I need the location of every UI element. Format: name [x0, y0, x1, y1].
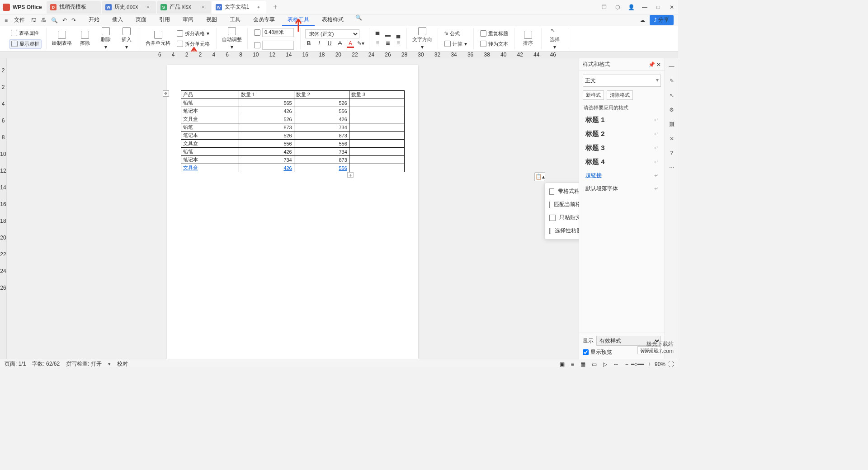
- close-panel-icon[interactable]: ✕: [656, 61, 661, 68]
- merge-cells-button[interactable]: 合并单元格: [145, 30, 171, 47]
- table-row[interactable]: 文具盒526426: [181, 115, 405, 123]
- page-indicator[interactable]: 页面: 1/1: [5, 360, 26, 367]
- table-cell[interactable]: 文具盒: [181, 140, 239, 148]
- table-cell[interactable]: 526: [239, 115, 294, 123]
- sort-button[interactable]: 排序: [519, 30, 537, 47]
- share-button[interactable]: ⤴ 分享: [650, 15, 674, 25]
- fit-icon[interactable]: ↔: [613, 361, 619, 367]
- view-read-icon[interactable]: ▭: [592, 361, 597, 367]
- menu-page[interactable]: 页面: [130, 14, 152, 26]
- minimize-button[interactable]: —: [641, 4, 648, 11]
- tab-templates[interactable]: D找稻壳模板: [47, 1, 101, 14]
- paste-match-format[interactable]: 匹配当前格式(M): [545, 198, 579, 211]
- avatar-icon[interactable]: 👤: [627, 4, 635, 11]
- align-top-button[interactable]: ▀: [374, 32, 381, 38]
- table-row[interactable]: 笔记本426556: [181, 107, 405, 115]
- auto-fit-button[interactable]: 自动调整▾: [221, 26, 243, 51]
- undo-icon[interactable]: ↶: [62, 17, 67, 24]
- image-tool-icon[interactable]: 🖼: [668, 121, 675, 128]
- table-cell[interactable]: 426: [239, 107, 294, 115]
- view-web-icon[interactable]: ▦: [580, 361, 585, 367]
- table-cell[interactable]: [349, 107, 404, 115]
- fullscreen-icon[interactable]: ⛶: [668, 361, 674, 367]
- menu-view[interactable]: 视图: [201, 14, 222, 26]
- erase-button[interactable]: 擦除: [76, 30, 94, 47]
- paste-special[interactable]: 选择性粘贴(S)...: [545, 224, 579, 237]
- menu-reference[interactable]: 引用: [154, 14, 175, 26]
- table-cell[interactable]: 笔记本: [181, 107, 239, 115]
- paste-options-chip[interactable]: 📋▴: [534, 172, 545, 181]
- table-row[interactable]: 铅笔873734: [181, 123, 405, 132]
- new-tab-button[interactable]: ＋: [270, 2, 281, 13]
- maximize-button[interactable]: □: [655, 4, 662, 11]
- table-cell[interactable]: 426: [239, 164, 294, 172]
- col-width-input[interactable]: [252, 40, 296, 51]
- font-family-select[interactable]: 宋体 (正文): [305, 29, 359, 38]
- table-header[interactable]: 数量 2: [294, 91, 349, 99]
- paste-with-format[interactable]: 带格式粘贴(W): [545, 185, 579, 198]
- formula-button[interactable]: fx 公式: [443, 29, 469, 38]
- zoom-value[interactable]: 90%: [655, 361, 665, 367]
- collapse-rail-icon[interactable]: —: [668, 63, 675, 70]
- document-canvas[interactable]: ✥ 产品数量 1数量 2数量 3铅笔565526笔记本426556文具盒5264…: [7, 58, 579, 359]
- print-icon[interactable]: 🖶: [41, 17, 47, 24]
- table-cell[interactable]: 565: [239, 99, 294, 107]
- style-item[interactable]: 标题 4↵: [581, 155, 663, 169]
- clear-format-button[interactable]: 清除格式: [607, 90, 633, 100]
- repeat-header-button[interactable]: 重复标题: [478, 29, 510, 38]
- table-cell[interactable]: 426: [294, 115, 349, 123]
- zoom-out-button[interactable]: −: [625, 361, 628, 367]
- align-center-button[interactable]: ≣: [384, 40, 392, 46]
- more-icon[interactable]: ⋯: [668, 164, 675, 171]
- table-header[interactable]: 产品: [181, 91, 239, 99]
- table-cell[interactable]: 426: [239, 148, 294, 156]
- close-icon[interactable]: ✕: [201, 5, 205, 9]
- select-button[interactable]: ↖选择▾: [546, 26, 563, 51]
- close-button[interactable]: ✕: [668, 4, 675, 11]
- table-cell[interactable]: 铅笔: [181, 123, 239, 132]
- row-height-input[interactable]: [252, 27, 296, 38]
- tab-product-xlsx[interactable]: S产品.xlsx✕: [157, 1, 211, 14]
- table-cell[interactable]: 笔记本: [181, 156, 239, 164]
- table-cell[interactable]: 556: [239, 140, 294, 148]
- bold-button[interactable]: B: [305, 40, 312, 48]
- spell-check-status[interactable]: 拼写检查: 打开: [66, 360, 102, 367]
- menu-table-style[interactable]: 表格样式: [316, 14, 349, 26]
- document-table[interactable]: 产品数量 1数量 2数量 3铅笔565526笔记本426556文具盒526426…: [181, 90, 405, 172]
- align-mid-button[interactable]: ▬: [384, 32, 392, 38]
- save-icon[interactable]: 🖫: [31, 17, 37, 24]
- multiwindow-icon[interactable]: ❐: [600, 4, 608, 11]
- current-style-select[interactable]: 正文▾: [583, 75, 661, 87]
- table-cell[interactable]: [349, 132, 404, 140]
- settings-icon[interactable]: ⚙: [668, 106, 675, 113]
- table-row[interactable]: 笔记本526873: [181, 132, 405, 140]
- table-cell[interactable]: [349, 99, 404, 107]
- hamburger-icon[interactable]: ≡: [5, 17, 8, 24]
- underline-button[interactable]: U: [326, 40, 333, 48]
- font-color-button[interactable]: A: [347, 40, 354, 48]
- table-cell[interactable]: 文具盒: [181, 115, 239, 123]
- cube-icon[interactable]: ⬡: [614, 4, 621, 11]
- table-cell[interactable]: 526: [294, 99, 349, 107]
- draw-table-button[interactable]: 绘制表格: [51, 30, 73, 47]
- view-page-icon[interactable]: ▣: [560, 361, 565, 367]
- style-item[interactable]: 标题 3↵: [581, 141, 663, 155]
- table-cell[interactable]: 734: [294, 123, 349, 132]
- pin-icon[interactable]: 📌: [648, 61, 655, 68]
- file-menu[interactable]: 文件: [11, 15, 28, 25]
- to-text-button[interactable]: 转为文本: [478, 40, 510, 48]
- new-style-button[interactable]: 新样式: [583, 90, 604, 100]
- strike-button[interactable]: A: [336, 40, 344, 48]
- add-row-button[interactable]: ＋: [347, 172, 354, 178]
- tab-history-doc[interactable]: W历史.docx✕: [102, 1, 156, 14]
- menu-insert[interactable]: 插入: [107, 14, 128, 26]
- cloud-icon[interactable]: ☁: [640, 17, 645, 24]
- insert-button[interactable]: 插入▾: [118, 26, 135, 51]
- table-header[interactable]: 数量 1: [239, 91, 294, 99]
- align-left-button[interactable]: ≡: [374, 40, 381, 46]
- word-count[interactable]: 字数: 62/62: [32, 360, 60, 367]
- table-row[interactable]: 铅笔565526: [181, 99, 405, 107]
- table-cell[interactable]: [349, 123, 404, 132]
- table-cell[interactable]: [349, 164, 404, 172]
- table-cell[interactable]: 556: [294, 107, 349, 115]
